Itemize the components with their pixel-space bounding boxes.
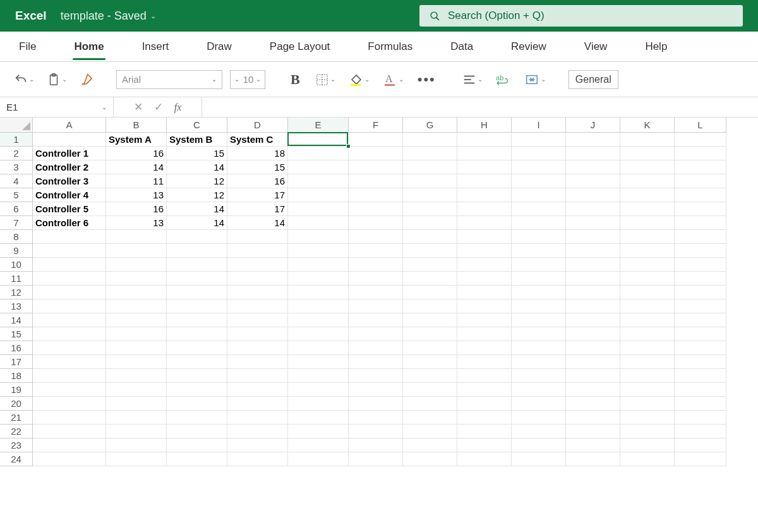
cell[interactable]	[288, 174, 349, 188]
column-header[interactable]: B	[106, 118, 167, 133]
cell[interactable]	[675, 147, 726, 160]
cell[interactable]	[457, 188, 512, 202]
cell[interactable]	[512, 438, 566, 452]
cell[interactable]	[349, 174, 403, 188]
cell[interactable]	[566, 286, 620, 299]
paste-button[interactable]: ⌄	[44, 70, 69, 89]
cell[interactable]	[227, 230, 288, 244]
column-header[interactable]: K	[620, 118, 675, 133]
row-header[interactable]: 20	[0, 397, 33, 411]
cell[interactable]	[33, 438, 106, 452]
cell[interactable]	[675, 202, 726, 216]
cell[interactable]	[349, 313, 403, 327]
row-header[interactable]: 7	[0, 216, 33, 230]
cell[interactable]	[167, 299, 227, 313]
cell[interactable]	[106, 313, 167, 327]
cell[interactable]	[403, 244, 457, 258]
cell[interactable]	[675, 313, 726, 327]
cell[interactable]	[167, 397, 227, 411]
cell[interactable]	[675, 272, 726, 286]
cell[interactable]	[620, 202, 675, 216]
cell[interactable]	[457, 286, 512, 299]
cell[interactable]	[566, 133, 620, 147]
cell[interactable]	[403, 383, 457, 397]
cell[interactable]: 16	[227, 174, 288, 188]
cell[interactable]: 14	[167, 160, 227, 174]
cell[interactable]	[227, 341, 288, 355]
cell[interactable]	[227, 452, 288, 466]
cell[interactable]	[512, 160, 566, 174]
cell[interactable]: Controller 1	[33, 147, 106, 160]
cell[interactable]	[106, 230, 167, 244]
cell[interactable]	[512, 411, 566, 425]
cell[interactable]	[675, 174, 726, 188]
row-header[interactable]: 24	[0, 452, 33, 466]
cell[interactable]: 13	[106, 216, 167, 230]
cell[interactable]	[620, 216, 675, 230]
row-header[interactable]: 13	[0, 299, 33, 313]
tab-review[interactable]: Review	[505, 34, 553, 59]
row-header[interactable]: 18	[0, 369, 33, 383]
cell[interactable]	[403, 174, 457, 188]
fx-icon[interactable]: fx	[174, 102, 182, 113]
tab-view[interactable]: View	[578, 34, 614, 59]
tab-data[interactable]: Data	[444, 34, 479, 59]
cell[interactable]	[349, 202, 403, 216]
cell[interactable]	[288, 327, 349, 341]
cell[interactable]	[512, 355, 566, 369]
cell[interactable]: System A	[106, 133, 167, 147]
cell[interactable]	[167, 272, 227, 286]
cell[interactable]	[106, 425, 167, 438]
number-format-select[interactable]: General	[568, 70, 618, 89]
cell[interactable]	[33, 133, 106, 147]
cell[interactable]	[675, 411, 726, 425]
cell[interactable]	[227, 425, 288, 438]
document-name[interactable]: template - Saved ⌄	[61, 9, 156, 23]
cell[interactable]	[620, 452, 675, 466]
select-all-corner[interactable]	[0, 118, 33, 133]
cell[interactable]	[403, 286, 457, 299]
row-header[interactable]: 11	[0, 272, 33, 286]
tab-file[interactable]: File	[13, 34, 42, 59]
cell[interactable]	[457, 438, 512, 452]
cell[interactable]: 12	[167, 188, 227, 202]
cell[interactable]	[288, 369, 349, 383]
cell[interactable]	[349, 216, 403, 230]
cell[interactable]	[620, 133, 675, 147]
row-header[interactable]: 1	[0, 133, 33, 147]
align-button[interactable]: ⌄	[460, 70, 485, 89]
cell[interactable]: 17	[227, 202, 288, 216]
cell[interactable]	[512, 174, 566, 188]
cell[interactable]	[227, 438, 288, 452]
cell[interactable]	[288, 202, 349, 216]
cell[interactable]	[566, 272, 620, 286]
cell[interactable]	[349, 258, 403, 272]
cell[interactable]	[566, 425, 620, 438]
cell[interactable]	[227, 272, 288, 286]
cell[interactable]	[620, 369, 675, 383]
cell[interactable]	[349, 341, 403, 355]
more-font-button[interactable]: •••	[414, 71, 440, 88]
cell[interactable]	[512, 327, 566, 341]
cell[interactable]	[512, 258, 566, 272]
cell[interactable]	[620, 355, 675, 369]
cell[interactable]	[457, 425, 512, 438]
row-header[interactable]: 9	[0, 244, 33, 258]
cell[interactable]	[349, 244, 403, 258]
cell[interactable]	[167, 341, 227, 355]
cell[interactable]	[675, 160, 726, 174]
row-header[interactable]: 3	[0, 160, 33, 174]
cell[interactable]	[512, 147, 566, 160]
cell[interactable]	[620, 160, 675, 174]
cell[interactable]	[403, 133, 457, 147]
cell[interactable]	[512, 202, 566, 216]
cell[interactable]	[33, 355, 106, 369]
cell[interactable]	[457, 383, 512, 397]
cell[interactable]	[33, 286, 106, 299]
cell[interactable]	[512, 452, 566, 466]
cell[interactable]	[403, 160, 457, 174]
cell[interactable]	[675, 188, 726, 202]
cell[interactable]	[288, 341, 349, 355]
cell[interactable]	[566, 327, 620, 341]
cell[interactable]	[403, 355, 457, 369]
